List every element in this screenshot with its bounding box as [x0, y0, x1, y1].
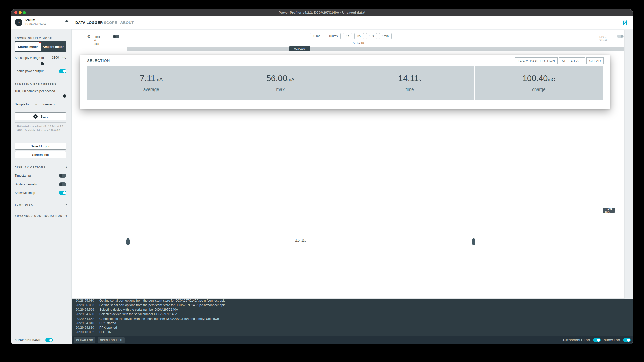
source-meter-label: Source meter	[18, 45, 38, 49]
show-side-panel-label: SHOW SIDE PANEL	[15, 339, 42, 342]
toggle-show-minimap[interactable]	[59, 191, 66, 195]
temp-disk-section-label[interactable]: TEMP DISK	[15, 203, 33, 206]
selection-span-ruler: Δ14.11s	[128, 241, 474, 241]
overlay-button-zoom-to-selection[interactable]: ZOOM TO SELECTION	[515, 57, 558, 64]
sample-for-input[interactable]: ∞	[32, 102, 40, 106]
sample-rate-slider-thumb[interactable]	[63, 94, 66, 98]
sample-for-unit-select[interactable]: forever	[42, 103, 52, 106]
ampere-meter-label: Ampere meter	[43, 45, 64, 49]
chart-time-scrollbar[interactable]	[127, 47, 624, 51]
log-entry: 20:28:56.003Getting serial port options …	[72, 303, 633, 308]
log-entry: 20:28:55.980Getting serial port options …	[72, 299, 633, 303]
ampere-meter-button[interactable]: Ampere meter	[41, 42, 66, 51]
toggle-digital-channels[interactable]	[59, 182, 66, 186]
chevron-down-icon: ∨	[54, 103, 55, 106]
lock-y-axis-toggle[interactable]	[113, 35, 119, 38]
space-estimate-note: Estimated space limit ~5d 18:24h at 2.2 …	[15, 122, 66, 134]
tab-data-logger[interactable]: DATA LOGGER	[75, 21, 103, 25]
display-option-label: Timestamps	[15, 174, 32, 177]
start-label: Start	[40, 115, 48, 118]
stat-value: 7.11mA	[140, 74, 163, 83]
display-option-row: Show Minimap	[15, 191, 66, 195]
voltage-slider[interactable]	[15, 62, 66, 66]
log-timestamp: 20:29:54.526	[76, 308, 99, 312]
display-options-section-label[interactable]: DISPLAY OPTIONS	[15, 166, 46, 169]
save-export-label: Save / Export	[31, 144, 50, 148]
eject-device-icon[interactable]	[64, 19, 70, 25]
log-panel[interactable]: 20:28:55.980Getting serial port options …	[72, 299, 633, 336]
sample-for-label: Sample for	[15, 103, 30, 106]
overlay-button-clear[interactable]: CLEAR	[586, 57, 604, 64]
save-export-button[interactable]: Save / Export	[15, 143, 66, 150]
source-meter-button[interactable]: Source meter	[15, 42, 41, 51]
open-log-file-button[interactable]: OPEN LOG FILE	[98, 337, 125, 343]
range-button-100ms[interactable]: 100ms	[326, 33, 341, 39]
show-side-panel-toggle[interactable]	[45, 338, 53, 342]
live-view-label: LIVE VIEW	[599, 35, 608, 41]
window-span-label: Δ21.74s	[350, 41, 366, 45]
stat-label: time	[406, 87, 414, 92]
log-message: DUT ON	[99, 330, 111, 335]
stat-unit: mA	[287, 77, 295, 82]
sample-rate-text: 100,000 samples per second	[15, 89, 55, 93]
show-log-toggle[interactable]	[623, 338, 631, 342]
overlay-button-select-all[interactable]: SELECT ALL	[559, 57, 585, 64]
enable-power-output-toggle[interactable]	[59, 69, 66, 73]
selection-overlay-panel: SELECTION ZOOM TO SELECTIONSELECT ALLCLE…	[80, 55, 610, 109]
screenshot-button[interactable]: Screenshot	[15, 151, 66, 158]
display-option-label: Digital channels	[15, 183, 37, 186]
chart-settings-gear-icon[interactable]: ⚙	[87, 34, 91, 39]
tab-scope[interactable]: SCOPE	[104, 21, 117, 25]
device-name: PPK2	[25, 18, 35, 22]
live-view-toggle[interactable]	[617, 35, 624, 38]
source-meter-badge	[39, 42, 41, 43]
stat-box-charge: 100.40mCcharge	[475, 66, 603, 100]
sample-rate-slider[interactable]	[15, 94, 66, 98]
stat-box-max: 56.00mAmax	[216, 66, 345, 100]
voltage-slider-thumb[interactable]	[41, 62, 44, 65]
nordic-semiconductor-logo-icon	[622, 19, 629, 26]
chevron-up-icon[interactable]: ∧	[65, 166, 67, 169]
start-button[interactable]: ▶ Start	[15, 112, 66, 120]
display-option-row: Digital channels	[15, 182, 66, 186]
log-entry: 20:29:54.660Selected device with the ser…	[72, 312, 633, 317]
range-button-1min[interactable]: 1min	[379, 33, 392, 39]
top-bar: ⚡ PPK2 DC0A297C140A DATA LOGGER SCOPE AB…	[11, 16, 633, 29]
stat-value: 100.40mC	[522, 74, 555, 83]
range-button-3s[interactable]: 3s	[354, 33, 364, 39]
log-timestamp: 20:30:13.062	[76, 330, 99, 335]
title-bar: Power Profiler v4.2.2: DC0A297C140A - Un…	[11, 9, 633, 16]
autoscroll-log-label: AUTOSCROLL LOG	[562, 339, 590, 342]
log-entry: 20:29:54.810PPK started	[72, 321, 633, 326]
side-panel: POWER SUPPLY MODE Source meter Ampere me…	[11, 29, 72, 344]
stat-box-average: 7.11mAaverage	[87, 66, 216, 100]
power-supply-mode-section-label: POWER SUPPLY MODE	[15, 37, 52, 40]
stat-value: 56.00mA	[266, 74, 294, 83]
stat-label: max	[276, 87, 285, 92]
log-message: PPK started	[99, 321, 116, 326]
range-button-10ms[interactable]: 10ms	[310, 33, 323, 39]
log-entry: 20:29:54.662Connected to the device with…	[72, 317, 633, 322]
chevron-down-icon[interactable]: ∨	[65, 214, 67, 217]
selection-overlay-title: SELECTION	[87, 59, 110, 63]
voltage-label: Set supply voltage to	[15, 56, 44, 60]
lock-y-axis-label: Lock Y-axis	[94, 35, 100, 46]
log-entry: 20:29:54.810PPK opened	[72, 326, 633, 330]
time-axis-tick-badge: 00:00:10	[289, 46, 310, 51]
voltage-input[interactable]: 3300	[50, 56, 60, 60]
log-entry: 20:30:13.062DUT ON	[72, 330, 633, 335]
range-button-1s[interactable]: 1s	[343, 33, 352, 39]
autoscroll-log-toggle[interactable]	[593, 338, 601, 342]
selection-span-label: Δ14.11s	[293, 239, 308, 242]
advanced-configuration-section-label[interactable]: ADVANCED CONFIGURATION	[15, 215, 63, 217]
enable-power-output-row: Enable power output	[15, 69, 66, 73]
chevron-down-icon[interactable]: ∨	[65, 203, 67, 206]
stat-unit: mC	[548, 77, 555, 82]
display-option-row: Timestamps	[15, 174, 66, 178]
range-button-10s[interactable]: 10s	[366, 33, 377, 39]
clear-log-button[interactable]: CLEAR LOG	[74, 337, 95, 343]
sample-for-row: Sample for ∞ forever ∨	[15, 102, 66, 106]
stat-label: average	[143, 87, 159, 92]
toggle-timestamps[interactable]	[59, 174, 66, 178]
tab-about[interactable]: ABOUT	[120, 21, 134, 25]
